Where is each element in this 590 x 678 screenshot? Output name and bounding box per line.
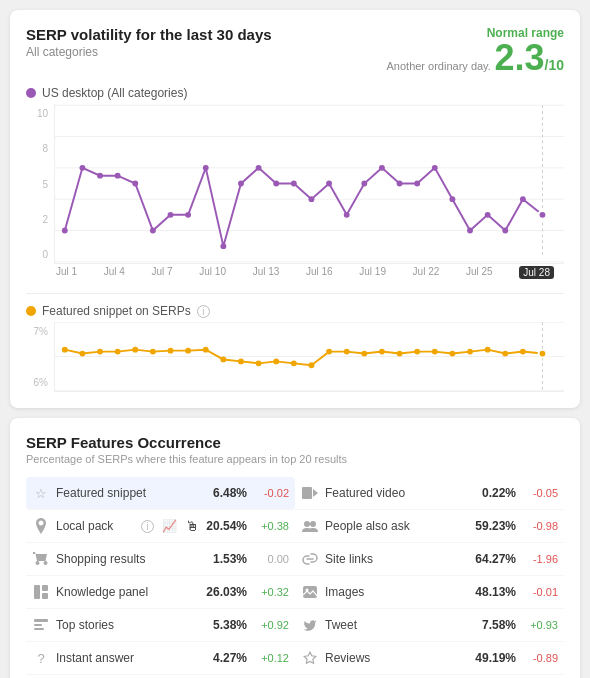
svg-point-21 xyxy=(309,196,315,202)
local-pack-trend-icon[interactable]: 📈 xyxy=(162,519,177,533)
svg-point-31 xyxy=(485,212,491,218)
svg-rect-73 xyxy=(302,487,312,499)
svg-rect-69 xyxy=(42,593,48,599)
svg-point-43 xyxy=(132,347,138,353)
svg-point-28 xyxy=(432,165,438,171)
purple-dot-icon xyxy=(26,88,36,98)
chart1-label: US desktop (All categories) xyxy=(26,86,564,100)
feature-row-featured-snippet: ☆ Featured snippet 6.48% -0.02 xyxy=(26,477,295,510)
features-grid: ☆ Featured snippet 6.48% -0.02 Local pac… xyxy=(26,477,564,675)
svg-point-56 xyxy=(361,351,367,357)
svg-point-55 xyxy=(344,349,350,355)
volatility-card: SERP volatility for the last 30 days All… xyxy=(10,10,580,408)
svg-rect-71 xyxy=(34,624,42,626)
svg-point-32 xyxy=(502,228,508,234)
feature-pct-images: 48.13% xyxy=(474,585,516,599)
feature-delta-people-also-ask: -0.98 xyxy=(522,520,558,532)
feature-delta-featured-video: -0.05 xyxy=(522,487,558,499)
svg-point-48 xyxy=(220,357,226,363)
chart2-container: 7% 6% xyxy=(26,322,564,392)
feature-pct-people-also-ask: 59.23% xyxy=(474,519,516,533)
svg-point-27 xyxy=(414,181,420,187)
svg-point-49 xyxy=(238,358,244,364)
question-icon: ? xyxy=(32,649,50,667)
info-icon[interactable]: i xyxy=(197,305,210,318)
svg-point-58 xyxy=(397,351,403,357)
chart2-svg xyxy=(54,322,564,392)
features-subtitle: Percentage of SERPs where this feature a… xyxy=(26,453,564,465)
chart2-y-axis: 7% 6% xyxy=(26,322,54,392)
svg-rect-77 xyxy=(303,586,317,598)
svg-point-47 xyxy=(203,347,209,353)
svg-point-53 xyxy=(309,362,315,368)
video-icon xyxy=(301,484,319,502)
feature-name-tweet: Tweet xyxy=(325,618,468,632)
svg-rect-72 xyxy=(34,628,44,630)
news-icon xyxy=(32,616,50,634)
svg-point-25 xyxy=(379,165,385,171)
score-value: 2.3 xyxy=(494,37,544,78)
feature-name-knowledge: Knowledge panel xyxy=(56,585,199,599)
svg-rect-68 xyxy=(42,585,48,591)
feature-pct-featured-snippet: 6.48% xyxy=(205,486,247,500)
svg-point-42 xyxy=(115,349,121,355)
feature-delta-images: -0.01 xyxy=(522,586,558,598)
card-subtitle: All categories xyxy=(26,45,272,59)
local-pack-info-icon[interactable]: i xyxy=(141,520,154,533)
people-icon xyxy=(301,517,319,535)
svg-point-62 xyxy=(467,349,473,355)
card-header: SERP volatility for the last 30 days All… xyxy=(26,26,564,76)
feature-row-site-links: Site links 64.27% -1.96 xyxy=(295,543,564,576)
feature-pct-local-pack: 20.54% xyxy=(205,519,247,533)
svg-point-66 xyxy=(539,350,547,358)
feature-row-knowledge: Knowledge panel 26.03% +0.32 xyxy=(26,576,295,609)
card-title: SERP volatility for the last 30 days xyxy=(26,26,272,43)
chart1-y-axis: 10 8 5 2 0 xyxy=(26,104,54,264)
feature-row-images: Images 48.13% -0.01 xyxy=(295,576,564,609)
feature-delta-site-links: -1.96 xyxy=(522,553,558,565)
chart2-area xyxy=(54,322,564,392)
svg-point-30 xyxy=(467,228,473,234)
feature-row-shopping: Shopping results 1.53% 0.00 xyxy=(26,543,295,576)
svg-point-16 xyxy=(220,243,226,249)
svg-point-52 xyxy=(291,360,297,366)
feature-pct-knowledge: 26.03% xyxy=(205,585,247,599)
feature-name-site-links: Site links xyxy=(325,552,468,566)
svg-point-64 xyxy=(502,351,508,357)
feature-name-images: Images xyxy=(325,585,468,599)
svg-point-63 xyxy=(485,347,491,353)
svg-point-46 xyxy=(185,348,191,354)
score-block: Normal range Another ordinary day. 2.3/1… xyxy=(387,26,565,76)
link-icon xyxy=(301,550,319,568)
svg-point-34 xyxy=(539,211,547,219)
svg-rect-70 xyxy=(34,619,48,622)
feature-row-tweet: Tweet 7.58% +0.93 xyxy=(295,609,564,642)
svg-point-22 xyxy=(326,181,332,187)
card-header-left: SERP volatility for the last 30 days All… xyxy=(26,26,272,59)
feature-pct-reviews: 49.19% xyxy=(474,651,516,665)
feature-name-people-also-ask: People also ask xyxy=(325,519,468,533)
svg-point-76 xyxy=(310,521,316,527)
features-right-col: Featured video 0.22% -0.05 People also a… xyxy=(295,477,564,675)
svg-point-15 xyxy=(203,165,209,171)
feature-pct-tweet: 7.58% xyxy=(474,618,516,632)
svg-point-29 xyxy=(449,196,455,202)
svg-marker-74 xyxy=(313,489,318,497)
feature-delta-featured-snippet: -0.02 xyxy=(253,487,289,499)
svg-point-13 xyxy=(168,212,174,218)
feature-name-reviews: Reviews xyxy=(325,651,468,665)
svg-point-51 xyxy=(273,358,279,364)
feature-name-featured-snippet: Featured snippet xyxy=(56,486,199,500)
svg-point-45 xyxy=(168,348,174,354)
feature-delta-top-stories: +0.92 xyxy=(253,619,289,631)
svg-marker-79 xyxy=(304,652,316,663)
feature-row-instant-answer: ? Instant answer 4.27% +0.12 xyxy=(26,642,295,675)
svg-point-14 xyxy=(185,212,191,218)
feature-name-local-pack: Local pack xyxy=(56,519,135,533)
feature-row-top-stories: Top stories 5.38% +0.92 xyxy=(26,609,295,642)
feature-pct-site-links: 64.27% xyxy=(474,552,516,566)
image-icon xyxy=(301,583,319,601)
svg-point-41 xyxy=(97,349,103,355)
svg-point-60 xyxy=(432,349,438,355)
svg-point-33 xyxy=(520,196,526,202)
